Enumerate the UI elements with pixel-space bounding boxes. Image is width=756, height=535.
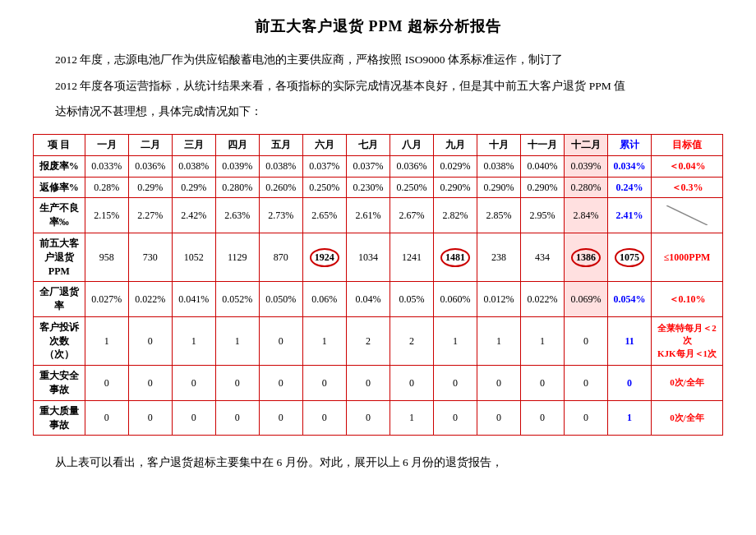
cell-r0-c9: 0.038% [477, 155, 520, 177]
cell-r1-c11: 0.280% [565, 177, 608, 198]
cell-r7-c1: 0 [128, 400, 172, 436]
cell-r3-c5: 1924 [302, 233, 346, 281]
svg-line-0 [666, 205, 708, 225]
cell-r5-c2: 1 [172, 316, 215, 365]
cumul-r3: 1075 [608, 233, 652, 281]
cell-r7-c0: 0 [85, 400, 128, 436]
cell-r7-c7: 1 [390, 400, 433, 436]
cumul-r6: 0 [608, 366, 652, 401]
row-label-5: 客户投诉次数（次） [34, 316, 85, 365]
cell-r0-c0: 0.033% [85, 155, 128, 177]
cell-r6-c0: 0 [85, 366, 128, 401]
row-label-3: 前五大客户退货PPM [34, 233, 85, 281]
cell-r6-c2: 0 [172, 366, 215, 401]
cell-r2-c0: 2.15% [85, 198, 128, 233]
cell-r1-c1: 0.29% [128, 177, 172, 198]
cell-r2-c5: 2.65% [302, 198, 346, 233]
cell-r5-c11: 0 [565, 316, 608, 365]
cell-r3-c3: 1129 [215, 233, 259, 281]
col-header-item: 项 目 [34, 134, 85, 155]
col-header-aug: 八月 [390, 134, 433, 155]
report-title: 前五大客户退货 PPM 超标分析报告 [33, 16, 723, 36]
cell-r5-c10: 1 [520, 316, 564, 365]
cumul-r7: 1 [608, 400, 652, 436]
row-label-0: 报废率% [34, 155, 85, 177]
cumul-r2: 2.41% [608, 198, 652, 233]
cell-r4-c5: 0.06% [302, 282, 346, 317]
target-r5: 全莱特每月＜2次KJK每月＜1次 [652, 316, 723, 365]
col-header-oct: 十月 [477, 134, 520, 155]
col-header-sep: 九月 [433, 134, 477, 155]
cell-r3-c0: 958 [85, 233, 128, 281]
target-r1: ＜0.3% [652, 177, 723, 198]
footer-text: 从上表可以看出，客户退货超标主要集中在 6 月份。对此，展开以上 6 月份的退货… [33, 452, 723, 473]
target-r3: ≤1000PPM [652, 233, 723, 281]
cell-r5-c6: 2 [346, 316, 390, 365]
cell-r3-c8: 1481 [433, 233, 477, 281]
cell-r7-c5: 0 [302, 400, 346, 436]
cumul-r0: 0.034% [608, 155, 652, 177]
cell-r0-c5: 0.037% [302, 155, 346, 177]
cell-r7-c11: 0 [565, 400, 608, 436]
col-header-may: 五月 [259, 134, 302, 155]
cell-r3-c7: 1241 [390, 233, 433, 281]
cell-r4-c2: 0.041% [172, 282, 215, 317]
cell-r5-c4: 0 [259, 316, 302, 365]
intro-line2: 2012 年度各项运营指标，从统计结果来看，各项指标的实际完成情况基本良好，但是… [33, 76, 723, 97]
cell-r6-c10: 0 [520, 366, 564, 401]
cell-r2-c11: 2.84% [565, 198, 608, 233]
row-label-6: 重大安全事故 [34, 366, 85, 401]
cell-r1-c5: 0.250% [302, 177, 346, 198]
row-label-4: 全厂退货率 [34, 282, 85, 317]
cell-r6-c3: 0 [215, 366, 259, 401]
row-label-7: 重大质量事故 [34, 400, 85, 436]
col-header-jan: 一月 [85, 134, 128, 155]
cell-r2-c9: 2.85% [477, 198, 520, 233]
cell-r1-c4: 0.260% [259, 177, 302, 198]
cell-r5-c3: 1 [215, 316, 259, 365]
intro-line1: 2012 年度，志源电池厂作为供应铅酸蓄电池的主要供应商，严格按照 ISO900… [33, 49, 723, 71]
cell-r7-c10: 0 [520, 400, 564, 436]
target-r4: ＜0.10% [652, 282, 723, 317]
cell-r6-c7: 0 [390, 366, 433, 401]
cell-r0-c2: 0.038% [172, 155, 215, 177]
cell-r7-c9: 0 [477, 400, 520, 436]
cell-r7-c2: 0 [172, 400, 215, 436]
cell-r6-c5: 0 [302, 366, 346, 401]
cell-r6-c11: 0 [565, 366, 608, 401]
cumul-r4: 0.054% [608, 282, 652, 317]
cell-r1-c0: 0.28% [85, 177, 128, 198]
cell-r0-c11: 0.039% [565, 155, 608, 177]
cell-r1-c7: 0.250% [390, 177, 433, 198]
col-header-nov: 十一月 [520, 134, 564, 155]
cell-r7-c3: 0 [215, 400, 259, 436]
cell-r0-c3: 0.039% [215, 155, 259, 177]
cell-r1-c8: 0.290% [433, 177, 477, 198]
cell-r2-c3: 2.63% [215, 198, 259, 233]
col-header-apr: 四月 [215, 134, 259, 155]
col-header-feb: 二月 [128, 134, 172, 155]
data-table-container: 项 目 一月 二月 三月 四月 五月 六月 七月 八月 九月 十月 十一月 十二… [33, 134, 723, 436]
cell-r3-c11: 1386 [565, 233, 608, 281]
cell-r5-c0: 1 [85, 316, 128, 365]
cell-r5-c8: 1 [433, 316, 477, 365]
cell-r5-c7: 2 [390, 316, 433, 365]
cell-r1-c2: 0.29% [172, 177, 215, 198]
cell-r1-c10: 0.290% [520, 177, 564, 198]
intro-line3: 达标情况不甚理想，具体完成情况如下： [33, 101, 723, 122]
cell-r0-c10: 0.040% [520, 155, 564, 177]
cell-r5-c5: 1 [302, 316, 346, 365]
cell-r3-c10: 434 [520, 233, 564, 281]
cell-r4-c7: 0.05% [390, 282, 433, 317]
cell-r3-c6: 1034 [346, 233, 390, 281]
cell-r2-c10: 2.95% [520, 198, 564, 233]
cell-r7-c8: 0 [433, 400, 477, 436]
cell-r2-c1: 2.27% [128, 198, 172, 233]
cumul-r5: 11 [608, 316, 652, 365]
cell-r6-c4: 0 [259, 366, 302, 401]
cell-r1-c3: 0.280% [215, 177, 259, 198]
cell-r4-c1: 0.022% [128, 282, 172, 317]
cell-r6-c6: 0 [346, 366, 390, 401]
cell-r2-c8: 2.82% [433, 198, 477, 233]
cell-r0-c6: 0.037% [346, 155, 390, 177]
